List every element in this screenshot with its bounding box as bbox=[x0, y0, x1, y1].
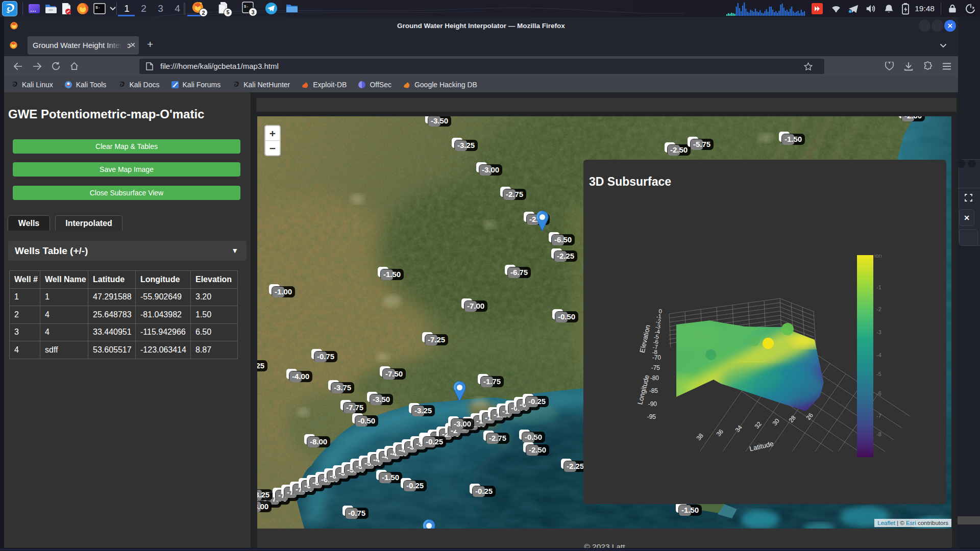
svg-text:$-: $- bbox=[244, 5, 249, 9]
svg-text:-2: -2 bbox=[876, 306, 881, 312]
svg-text:-8: -8 bbox=[876, 431, 881, 437]
svg-text:ion: ion bbox=[874, 253, 882, 259]
svg-text:36: 36 bbox=[715, 428, 725, 437]
svg-text:-1: -1 bbox=[876, 284, 881, 290]
svg-text:38: 38 bbox=[695, 432, 705, 441]
svg-text:-80: -80 bbox=[650, 374, 659, 382]
svg-text:-4: -4 bbox=[876, 352, 881, 358]
svg-text:-3: -3 bbox=[876, 329, 881, 335]
svg-text:Elevation: Elevation bbox=[638, 324, 651, 353]
svg-text:34: 34 bbox=[734, 423, 744, 433]
svg-text:-6: -6 bbox=[876, 390, 881, 396]
svg-text:-7: -7 bbox=[876, 413, 881, 419]
svg-text:-95: -95 bbox=[647, 413, 656, 420]
svg-text:-75: -75 bbox=[651, 364, 660, 371]
svg-text:26: 26 bbox=[805, 411, 815, 421]
svg-text:30: 30 bbox=[771, 417, 781, 427]
svg-text:-90: -90 bbox=[648, 400, 657, 408]
svg-text:-5: -5 bbox=[876, 371, 881, 377]
svg-text:$-: $- bbox=[95, 5, 101, 10]
svg-text:-85: -85 bbox=[649, 387, 658, 394]
svg-text:-70: -70 bbox=[652, 354, 662, 361]
